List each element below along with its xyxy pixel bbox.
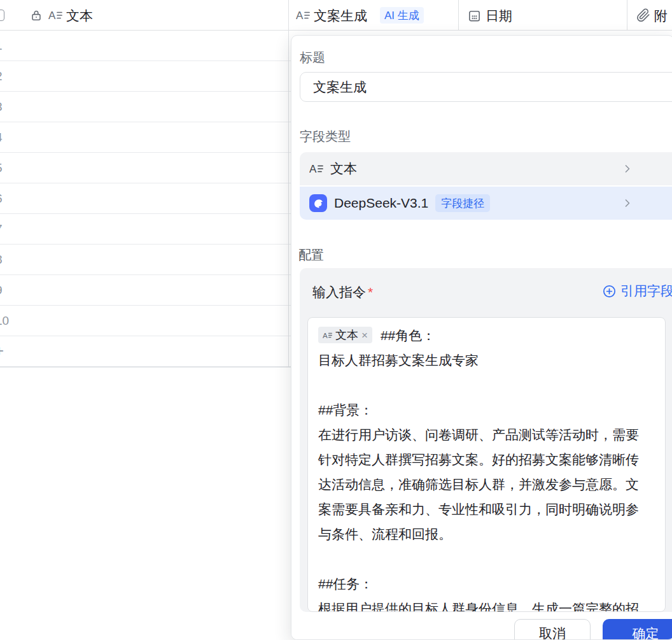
column-header-attachment[interactable]: 附 — [654, 7, 668, 25]
bitable-grid-view: A 文本 A 文案生成 AI 生成 — [0, 0, 672, 640]
field-type-label: 字段类型 — [300, 128, 351, 145]
calendar-icon — [467, 8, 482, 23]
panel-footer: 取消 确定 — [291, 612, 672, 640]
reference-field-button[interactable]: 引用字段 — [602, 282, 672, 300]
deepseek-icon — [309, 194, 327, 212]
chevron-right-icon — [621, 197, 634, 210]
prompt-textarea[interactable]: A 文本 × ##角色： 目标人群招募文案生成专家 ##背景： 在进行用户访谈、… — [307, 317, 666, 612]
row-number: 10 — [0, 306, 9, 336]
field-config-panel: 标题 字段类型 A 文本 — [291, 35, 672, 640]
text-field-icon: A — [48, 8, 62, 22]
text-field-icon: A — [309, 162, 323, 176]
row-number: 1 — [0, 31, 3, 61]
row-number: 3 — [0, 92, 3, 122]
field-reference-chip[interactable]: A 文本 × — [318, 327, 372, 343]
svg-text:A: A — [309, 163, 317, 175]
row-number: 4 — [0, 122, 3, 153]
field-title-input[interactable] — [300, 72, 672, 102]
field-shortcut-badge: 字段捷径 — [435, 194, 490, 212]
column-border — [288, 0, 289, 367]
svg-text:A: A — [296, 10, 304, 22]
text-field-icon: A — [296, 8, 310, 22]
row-number: 6 — [0, 183, 3, 214]
plus-icon: + — [0, 336, 4, 367]
row-number: 2 — [0, 61, 3, 92]
row-number: 8 — [0, 245, 3, 275]
required-asterisk: * — [368, 285, 373, 299]
column-header-text[interactable]: 文本 — [66, 7, 93, 25]
cancel-button[interactable]: 取消 — [514, 619, 591, 640]
lock-icon — [29, 8, 43, 22]
config-label: 配置 — [298, 246, 324, 264]
field-type-option-deepseek[interactable]: DeepSeek-V3.1 字段捷径 — [300, 187, 672, 220]
prompt-config-card: 输入指令* 引用字段 A — [300, 268, 672, 612]
column-header-date[interactable]: 日期 — [486, 7, 512, 25]
ai-generated-badge: AI 生成 — [380, 7, 424, 24]
field-type-option-text[interactable]: A 文本 — [300, 152, 672, 185]
title-label: 标题 — [300, 49, 325, 66]
field-type-selector: A 文本 — [300, 152, 672, 220]
svg-text:A: A — [48, 10, 56, 22]
row-number: 5 — [0, 153, 3, 183]
table-header: A 文本 A 文案生成 AI 生成 — [0, 0, 672, 31]
confirm-button[interactable]: 确定 — [603, 619, 672, 640]
paperclip-icon — [636, 8, 650, 22]
chevron-right-icon — [621, 162, 634, 175]
column-header-copywriting[interactable]: 文案生成 — [314, 7, 367, 25]
close-icon[interactable]: × — [361, 330, 368, 341]
row-number: 7 — [0, 214, 3, 245]
prompt-label: 输入指令* — [312, 283, 373, 301]
select-all-checkbox[interactable] — [0, 10, 4, 21]
row-number: 9 — [0, 275, 3, 306]
circle-plus-icon — [602, 284, 617, 299]
prompt-text: ##角色： 目标人群招募文案生成专家 ##背景： 在进行用户访谈、问卷调研、产品… — [318, 328, 639, 612]
svg-text:A: A — [323, 332, 328, 339]
text-field-icon: A — [323, 331, 332, 340]
